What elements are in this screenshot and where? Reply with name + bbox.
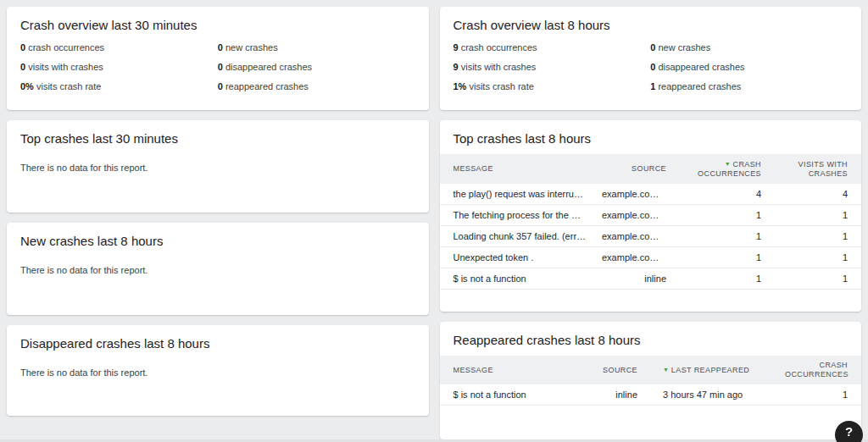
cell-crash-occurrences: 1: [673, 205, 768, 226]
stats-column-right: 0 new crashes 0 disappeared crashes 0 re…: [218, 34, 415, 92]
stat-reappeared-crashes: 1 reappeared crashes: [650, 80, 848, 92]
cell-message: $ is not a function: [440, 268, 596, 290]
stats-column-left: 9 crash occurrences 9 visits with crashe…: [453, 34, 651, 92]
col-header-source[interactable]: SOURCE: [595, 154, 673, 184]
cell-visits-with-crashes: 1: [768, 247, 861, 268]
card-top-crashes-30m: Top crashes last 30 minutes There is no …: [7, 120, 429, 213]
col-header-crash-occurrences[interactable]: CRASH OCCURRENCES: [778, 356, 861, 384]
stat-reappeared-crashes: 0 reappeared crashes: [218, 80, 415, 92]
cell-visits-with-crashes: 1: [768, 205, 861, 226]
cell-last-reappeared: 3 hours 47 min ago: [644, 384, 778, 406]
stat-crash-occurrences: 9 crash occurrences: [453, 41, 651, 53]
stat-label: disappeared crashes: [225, 62, 312, 72]
cell-crash-occurrences: 1: [673, 247, 768, 268]
table-row[interactable]: Unexpected token . example.com/test.js 1…: [440, 247, 862, 268]
col-header-visits-with-crashes[interactable]: VISITS WITH CRASHES: [768, 154, 861, 184]
cell-crash-occurrences: 4: [673, 184, 768, 205]
top-crashes-table: MESSAGE SOURCE ▼ CRASH OCCURRENCES VISIT…: [440, 154, 862, 290]
stat-label: new crashes: [225, 42, 278, 52]
card-title: Crash overview last 30 minutes: [7, 7, 429, 34]
stat-value: 0: [20, 62, 25, 72]
sort-desc-icon: ▼: [725, 161, 731, 167]
empty-report-message: There is no data for this report.: [20, 367, 415, 378]
table-header-row: MESSAGE SOURCE ▼ LAST REAPPEARED CRASH O…: [440, 356, 862, 384]
stat-visits-crash-rate: 1% visits crash rate: [453, 80, 651, 92]
stat-label: reappeared crashes: [225, 81, 309, 91]
stat-value: 0%: [20, 81, 34, 91]
cell-message: the play() request was interrupted by a …: [440, 184, 596, 205]
table-row[interactable]: $ is not a function inline 1 1: [440, 268, 862, 290]
cell-message: The fetching process for the media resou…: [440, 205, 596, 226]
card-top-crashes-8h: Top crashes last 8 hours MESSAGE SOURCE …: [440, 120, 862, 312]
stat-value: 0: [218, 42, 223, 52]
stat-disappeared-crashes: 0 disappeared crashes: [650, 61, 848, 73]
cell-visits-with-crashes: 4: [768, 184, 861, 205]
reappeared-crashes-table: MESSAGE SOURCE ▼ LAST REAPPEARED CRASH O…: [440, 356, 862, 406]
card-title: Top crashes last 8 hours: [440, 120, 862, 147]
cell-crash-occurrences: 1: [778, 384, 861, 406]
stat-value: 1%: [453, 81, 467, 91]
card-title: Crash overview last 8 hours: [440, 7, 862, 34]
stat-value: 1: [650, 81, 655, 91]
stat-label: visits with crashes: [461, 62, 537, 72]
card-title: Disappeared crashes last 8 hours: [7, 325, 429, 352]
overview-stats: 0 crash occurrences 0 visits with crashe…: [7, 34, 429, 92]
card-disappeared-crashes-8h: Disappeared crashes last 8 hours There i…: [7, 325, 429, 416]
stat-value: 9: [453, 62, 459, 72]
stat-crash-occurrences: 0 crash occurrences: [20, 41, 218, 53]
stats-column-left: 0 crash occurrences 0 visits with crashe…: [20, 34, 218, 92]
card-title: Top crashes last 30 minutes: [7, 120, 429, 147]
stat-visits-with-crashes: 0 visits with crashes: [20, 61, 218, 73]
stats-column-right: 0 new crashes 0 disappeared crashes 1 re…: [650, 34, 848, 92]
card-crash-overview-30m: Crash overview last 30 minutes 0 crash o…: [7, 7, 429, 110]
cell-visits-with-crashes: 1: [768, 226, 861, 247]
col-header-last-reappeared[interactable]: ▼ LAST REAPPEARED: [644, 356, 778, 384]
cell-message: $ is not a function: [440, 384, 567, 406]
sort-desc-icon: ▼: [663, 367, 669, 373]
card-title: New crashes last 8 hours: [7, 223, 429, 250]
table-row[interactable]: The fetching process for the media resou…: [440, 205, 862, 226]
col-header-message[interactable]: MESSAGE: [440, 356, 567, 384]
col-header-label: LAST REAPPEARED: [671, 366, 749, 374]
stat-value: 0: [650, 62, 655, 72]
col-header-crash-occurrences[interactable]: ▼ CRASH OCCURRENCES: [673, 154, 768, 184]
card-title: Reappeared crashes last 8 hours: [440, 322, 862, 349]
help-button[interactable]: ?: [835, 421, 863, 442]
stat-visits-crash-rate: 0% visits crash rate: [20, 80, 218, 92]
col-header-message[interactable]: MESSAGE: [440, 154, 596, 184]
stat-value: 0: [650, 42, 655, 52]
stat-visits-with-crashes: 9 visits with crashes: [453, 61, 651, 73]
table-row[interactable]: the play() request was interrupted by a …: [440, 184, 862, 205]
empty-report-message: There is no data for this report.: [20, 265, 415, 275]
stat-label: crash occurrences: [461, 42, 537, 52]
table-header-row: MESSAGE SOURCE ▼ CRASH OCCURRENCES VISIT…: [440, 154, 862, 184]
table-row[interactable]: Loading chunk 357 failed. (error: https:…: [440, 226, 862, 247]
cell-crash-occurrences: 1: [673, 268, 768, 290]
left-column: Crash overview last 30 minutes 0 crash o…: [7, 7, 429, 439]
stat-value: 0: [218, 81, 223, 91]
stat-new-crashes: 0 new crashes: [218, 41, 415, 53]
col-header-source[interactable]: SOURCE: [566, 356, 644, 384]
crash-dashboard: Crash overview last 30 minutes 0 crash o…: [0, 0, 868, 442]
overview-stats: 9 crash occurrences 9 visits with crashe…: [440, 34, 862, 92]
cell-source: example.com/test.js: [595, 226, 673, 247]
card-new-crashes-8h: New crashes last 8 hours There is no dat…: [7, 223, 429, 315]
stat-label: new crashes: [658, 42, 710, 52]
cell-message: Unexpected token .: [440, 247, 596, 268]
stat-label: crash occurrences: [28, 42, 104, 52]
stat-new-crashes: 0 new crashes: [650, 41, 848, 53]
stat-label: visits with crashes: [28, 62, 103, 72]
cell-source: example.com/test.js: [595, 247, 673, 268]
stat-disappeared-crashes: 0 disappeared crashes: [218, 61, 415, 73]
cell-source: example.com/test.js: [595, 205, 673, 226]
empty-report-message: There is no data for this report.: [20, 163, 415, 173]
cell-source: inline: [566, 384, 644, 406]
right-column: Crash overview last 8 hours 9 crash occu…: [440, 7, 862, 439]
cell-visits-with-crashes: 1: [768, 268, 861, 290]
stat-label: disappeared crashes: [658, 62, 744, 72]
cell-message: Loading chunk 357 failed. (error: https:…: [440, 226, 596, 247]
cell-source: inline: [595, 268, 673, 290]
cell-source: example.com/test.js: [595, 184, 673, 205]
table-row[interactable]: $ is not a function inline 3 hours 47 mi…: [440, 384, 862, 406]
stat-label: visits crash rate: [469, 81, 533, 91]
